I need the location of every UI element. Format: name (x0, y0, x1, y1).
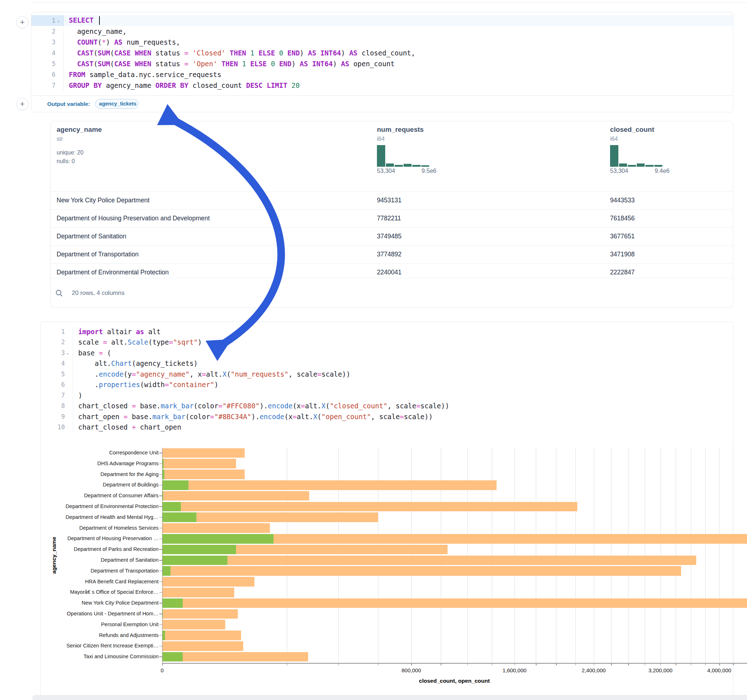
search-icon[interactable] (55, 289, 63, 297)
x-tick-label: 800,000 (390, 667, 433, 673)
bar-closed_count (162, 448, 245, 458)
histogram-bar (386, 163, 394, 167)
gridline (492, 448, 492, 662)
code-line[interactable]: 4 alt.Chart(agency_tickets) (41, 358, 733, 369)
y-tick-label: DHS Advantage Programs (47, 460, 159, 466)
bar-closed_count (162, 652, 308, 662)
gridline (378, 448, 378, 662)
gridline (719, 448, 720, 662)
code-line[interactable]: 5 .encode(y="agency_name", x=alt.X("num_… (41, 369, 733, 380)
bar-open_count (162, 480, 189, 490)
next-cell-top-edge (32, 695, 747, 700)
table-cell: 7782211 (377, 210, 401, 227)
column-header-num-requests[interactable]: num_requests (377, 126, 424, 134)
code-line[interactable]: 2 agency_name, (31, 26, 733, 37)
x-tick (556, 663, 557, 665)
column-type-agency-name: str (57, 136, 63, 142)
code-line[interactable]: 6FROM sample_data.nyc.service_requests (31, 69, 733, 80)
bar-open_count (162, 545, 236, 555)
num-requests-histogram (377, 145, 429, 167)
add-cell-button-output[interactable]: + (16, 98, 29, 110)
x-tick (628, 663, 629, 665)
table-row: New York City Police Department945313194… (51, 191, 733, 209)
result-table-card: agency_name str unique: 20 nulls: 0 num_… (50, 121, 733, 308)
y-tick-label: Department of Buildings (47, 482, 159, 487)
gridline (691, 448, 691, 662)
x-tick-label: 1,600,000 (493, 667, 536, 673)
y-tick-label: HRA Benefit Card Replacement (47, 579, 159, 584)
table-cell: 9443533 (610, 192, 635, 209)
hist-max-label: 9.4e6 (655, 167, 670, 174)
bar-open_count (162, 566, 171, 576)
x-tick (676, 663, 676, 665)
table-row: Department of Housing Preservation and D… (51, 209, 733, 227)
y-tick (159, 517, 162, 518)
bar-open_count (162, 631, 165, 640)
y-tick (159, 603, 162, 603)
y-tick (159, 539, 162, 539)
code-line[interactable]: 7GROUP BY agency_name ORDER BY closed_co… (31, 80, 733, 91)
x-tick (661, 663, 661, 665)
bar-closed_count (162, 641, 243, 651)
code-line[interactable]: 7) (41, 390, 733, 401)
closed-count-hist-labels: 53,304 9.4e6 (610, 167, 670, 174)
bar-closed_count (162, 523, 270, 533)
code-line[interactable]: 9chart_open = base.mark_bar(color="#8BC3… (41, 411, 733, 422)
python-code-editor[interactable]: 1import altair as alt2scale = alt.Scale(… (41, 322, 733, 433)
code-line[interactable]: 10chart_closed + chart_open (41, 422, 733, 433)
code-line[interactable]: 8chart_closed = base.mark_bar(color="#FF… (41, 401, 733, 412)
row-column-count: 20 rows, 4 columns (72, 290, 124, 297)
output-variable-label: Output variable: (47, 101, 90, 107)
table-row: Department of Transportation377489234719… (51, 245, 733, 263)
code-line[interactable]: 3⌄base = ( (41, 347, 733, 358)
histogram-bar (655, 165, 663, 167)
y-tick (159, 571, 162, 572)
bar-closed_count (162, 577, 254, 587)
table-cell: 9453131 (377, 192, 401, 209)
x-tick (719, 663, 720, 665)
bar-closed_count (162, 588, 234, 597)
bar-open_count (162, 556, 227, 565)
table-cell: Department of Transportation (57, 246, 139, 263)
x-tick-label: 0 (141, 667, 184, 673)
output-variable-pill[interactable]: agency_tickets (95, 99, 139, 109)
gridline (645, 448, 645, 662)
histogram-bar (637, 163, 645, 167)
code-line[interactable]: 3 COUNT(*) AS num_requests, (31, 37, 733, 48)
bar-closed_count (162, 502, 577, 512)
add-cell-button-top[interactable]: + (16, 16, 29, 29)
column-header-closed-count[interactable]: closed_count (610, 126, 654, 134)
column-header-agency-name[interactable]: agency_name (57, 126, 102, 134)
y-tick (159, 635, 162, 636)
x-tick (514, 663, 515, 665)
sql-code-editor[interactable]: 1⌄SELECT 2 agency_name,3 COUNT(*) AS num… (31, 12, 733, 91)
code-line[interactable]: 2scale = alt.Scale(type="sqrt") (41, 337, 733, 348)
y-tick-label: Senior Citizen Rent Increase Exempti… (47, 643, 159, 649)
x-tick (536, 663, 537, 665)
gridline (287, 448, 287, 662)
chart-plot-area (162, 448, 747, 662)
gridline (661, 448, 661, 662)
histogram-bar (377, 145, 385, 167)
code-line[interactable]: 4 CAST(SUM(CASE WHEN status = 'Closed' T… (31, 48, 733, 58)
y-tick-label: Personal Exemption Unit (47, 622, 159, 627)
table-cell: New York City Police Department (57, 192, 150, 209)
output-variable-row: Output variable: agency_tickets (31, 95, 733, 112)
gridline (594, 448, 594, 662)
code-line[interactable]: 5 CAST(SUM(CASE WHEN status = 'Open' THE… (31, 58, 733, 69)
table-footer: 20 rows, 4 columns (51, 278, 733, 308)
gridline (338, 448, 339, 662)
y-tick-label: Refunds and Adjustments (47, 632, 159, 638)
y-tick (159, 625, 162, 625)
y-tick-label: Department of Homeless Services (47, 525, 159, 531)
code-line[interactable]: 6 .properties(width="container") (41, 380, 733, 390)
x-tick (441, 663, 442, 665)
histogram-bar (395, 165, 403, 167)
y-tick-label: Department of Environmental Protection (47, 503, 159, 509)
previous-cell-bottom-edge (31, 0, 747, 3)
gridline (441, 448, 441, 662)
code-line[interactable]: 1import altair as alt (41, 326, 733, 337)
gridline (556, 448, 556, 662)
code-line[interactable]: 1⌄SELECT (31, 15, 733, 26)
y-tick (159, 656, 162, 657)
